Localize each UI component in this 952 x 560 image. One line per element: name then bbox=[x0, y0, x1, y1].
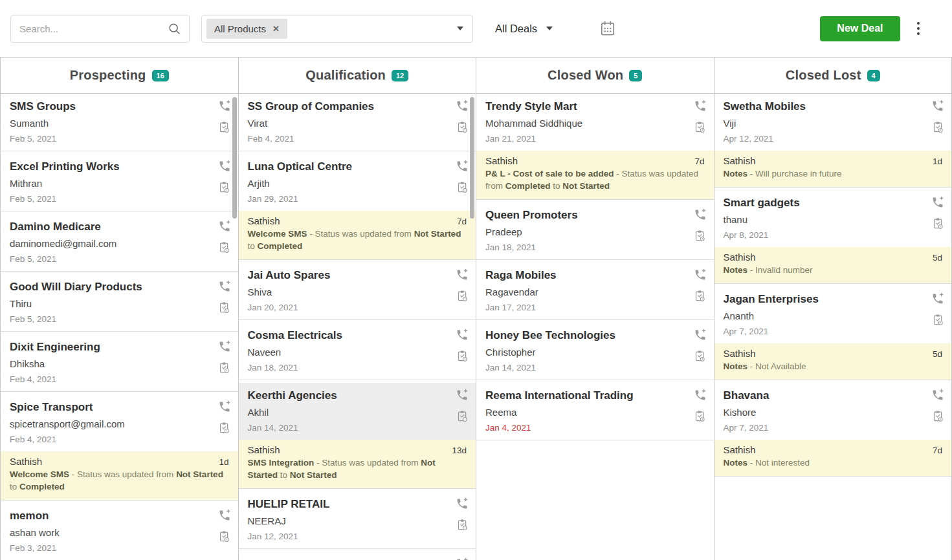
phone-add-icon[interactable] bbox=[218, 220, 231, 233]
deal-contact: Shiva bbox=[248, 286, 467, 297]
deal-card[interactable]: Damino Medicare daminomedi@gmail.com Feb… bbox=[1, 214, 238, 272]
deal-card-main: Cosma Electricals Naveen Jan 18, 2021 bbox=[239, 323, 476, 380]
deal-quick-actions bbox=[694, 328, 707, 362]
task-clipboard-icon[interactable] bbox=[932, 410, 944, 422]
task-clipboard-icon[interactable] bbox=[694, 290, 706, 302]
deal-card-main: Smart gadgets thanu Apr 8, 2021 bbox=[714, 190, 952, 247]
column-scrollbar-thumb[interactable] bbox=[470, 97, 474, 219]
phone-add-icon[interactable] bbox=[456, 328, 469, 341]
deal-date: Jan 20, 2021 bbox=[248, 303, 467, 312]
task-clipboard-icon[interactable] bbox=[218, 301, 230, 314]
deal-date: Feb 4, 2021 bbox=[248, 134, 467, 144]
task-clipboard-icon[interactable] bbox=[932, 121, 944, 133]
task-clipboard-icon[interactable] bbox=[456, 519, 469, 531]
phone-add-icon[interactable] bbox=[694, 208, 707, 221]
phone-add-icon[interactable] bbox=[218, 280, 231, 293]
deal-card[interactable]: Excel Printing Works Mithran Feb 5, 2021 bbox=[1, 154, 238, 211]
phone-add-icon[interactable] bbox=[694, 389, 707, 402]
phone-add-icon[interactable] bbox=[931, 100, 944, 113]
deal-card[interactable]: Spice Transport spicetransport@gmail.com… bbox=[1, 394, 238, 501]
deal-date: Apr 7, 2021 bbox=[724, 327, 943, 336]
deal-quick-actions bbox=[218, 220, 231, 253]
new-deal-button[interactable]: New Deal bbox=[820, 16, 900, 41]
task-clipboard-icon[interactable] bbox=[218, 422, 230, 434]
products-filter-dropdown[interactable]: All Products ✕ bbox=[201, 15, 473, 43]
task-clipboard-icon[interactable] bbox=[694, 410, 706, 422]
calendar-icon[interactable] bbox=[599, 20, 616, 37]
chip-close-icon[interactable]: ✕ bbox=[272, 25, 280, 33]
deal-card[interactable]: Jai Auto Spares Shiva Jan 20, 2021 bbox=[239, 263, 476, 320]
product-filter-chip[interactable]: All Products ✕ bbox=[206, 19, 287, 39]
deal-card[interactable]: Raga Mobiles Ragavendar Jan 17, 2021 bbox=[476, 263, 714, 320]
task-clipboard-icon[interactable] bbox=[218, 121, 230, 133]
deal-card[interactable]: memon ashan work Feb 3, 2021 bbox=[1, 503, 238, 560]
note-author: Sathish bbox=[724, 252, 756, 263]
task-clipboard-icon[interactable] bbox=[694, 230, 706, 242]
column-scrollbar-thumb[interactable] bbox=[232, 97, 237, 219]
deal-card-main: Damino Medicare daminomedi@gmail.com Feb… bbox=[1, 214, 238, 271]
task-clipboard-icon[interactable] bbox=[218, 181, 230, 193]
task-clipboard-icon[interactable] bbox=[218, 361, 230, 374]
more-options-icon[interactable] bbox=[914, 19, 923, 38]
phone-add-icon[interactable] bbox=[694, 268, 707, 281]
deal-card-main: Excel Printing Works Mithran Feb 5, 2021 bbox=[1, 154, 238, 211]
column-header: Prospecting 16 bbox=[1, 58, 238, 94]
phone-add-icon[interactable] bbox=[694, 100, 707, 113]
phone-add-icon[interactable] bbox=[218, 509, 231, 522]
deal-date: Feb 4, 2021 bbox=[10, 435, 229, 444]
note-author: Sathish bbox=[724, 444, 756, 455]
deal-card[interactable]: Luna Optical Centre Arjith Jan 29, 2021 bbox=[239, 154, 476, 260]
deal-card[interactable]: Bhavana Kishore Apr 7, 2021 bbox=[714, 383, 952, 477]
deal-card[interactable]: Good Will Diary Products Thiru Feb 5, 20… bbox=[1, 274, 238, 332]
phone-add-icon[interactable] bbox=[694, 328, 707, 341]
deal-card[interactable]: Keerthi Agencies Akhil Jan 14, 2021 bbox=[239, 383, 476, 489]
deal-card[interactable]: Dixit Engineering Dhiksha Feb 4, 2021 bbox=[1, 334, 238, 392]
task-clipboard-icon[interactable] bbox=[456, 350, 469, 362]
deal-card[interactable]: Smart gadgets thanu Apr 8, 2021 bbox=[714, 190, 952, 284]
deal-card[interactable]: Cosma Electricals Naveen Jan 18, 2021 bbox=[239, 323, 476, 380]
phone-add-icon[interactable] bbox=[218, 400, 231, 413]
pipeline-column-prospecting: Prospecting 16 SMS Groups Sumanth Feb 5,… bbox=[1, 58, 239, 560]
column-title: Closed Won bbox=[548, 68, 623, 83]
deal-card[interactable]: Queen Promoters Pradeep Jan 18, 2021 bbox=[476, 202, 714, 260]
phone-add-icon[interactable] bbox=[456, 160, 469, 173]
deals-filter-dropdown[interactable]: All Deals bbox=[495, 23, 553, 35]
phone-add-icon[interactable] bbox=[456, 100, 469, 113]
task-clipboard-icon[interactable] bbox=[694, 121, 706, 133]
phone-add-icon[interactable] bbox=[456, 389, 469, 402]
deal-card-partial[interactable] bbox=[239, 552, 476, 560]
task-clipboard-icon[interactable] bbox=[218, 241, 230, 253]
task-clipboard-icon[interactable] bbox=[456, 121, 469, 133]
deal-title: Bhavana bbox=[724, 389, 943, 402]
phone-add-icon[interactable] bbox=[931, 389, 944, 402]
phone-add-icon[interactable] bbox=[931, 196, 944, 209]
deal-card[interactable]: Trendy Style Mart Mohammad Siddhique Jan… bbox=[476, 94, 714, 200]
phone-add-icon[interactable] bbox=[218, 160, 231, 173]
deal-card[interactable]: HUELIP RETAIL NEERAJ Jan 12, 2021 bbox=[239, 491, 476, 549]
task-clipboard-icon[interactable] bbox=[932, 217, 944, 230]
phone-add-icon[interactable] bbox=[931, 292, 944, 305]
task-clipboard-icon[interactable] bbox=[218, 530, 230, 543]
deal-card[interactable]: Swetha Mobiles Viji Apr 12, 2021 bbox=[714, 94, 952, 188]
deal-card-main: memon ashan work Feb 3, 2021 bbox=[1, 503, 238, 560]
deal-title: Smart gadgets bbox=[724, 197, 943, 210]
task-clipboard-icon[interactable] bbox=[932, 314, 944, 326]
deal-card[interactable]: Honey Bee Technologies Christopher Jan 1… bbox=[476, 323, 714, 380]
task-clipboard-icon[interactable] bbox=[456, 410, 469, 422]
deal-contact: Thiru bbox=[10, 298, 229, 309]
deal-card[interactable]: Jagan Enterprises Ananth Apr 7, 2021 bbox=[714, 286, 952, 380]
phone-add-icon[interactable] bbox=[456, 268, 469, 281]
task-clipboard-icon[interactable] bbox=[456, 181, 469, 193]
deal-card[interactable]: SS Group of Companies Virat Feb 4, 2021 bbox=[239, 94, 476, 151]
deal-card[interactable]: Reema International Trading Reema Jan 4,… bbox=[476, 383, 714, 440]
phone-add-icon[interactable] bbox=[218, 100, 231, 113]
search-icon[interactable] bbox=[165, 22, 189, 36]
deal-card[interactable]: SMS Groups Sumanth Feb 5, 2021 bbox=[1, 94, 238, 151]
deal-quick-actions bbox=[218, 160, 231, 193]
search-input[interactable] bbox=[11, 23, 165, 34]
phone-add-icon[interactable] bbox=[456, 557, 469, 560]
task-clipboard-icon[interactable] bbox=[456, 290, 469, 302]
phone-add-icon[interactable] bbox=[456, 497, 469, 510]
phone-add-icon[interactable] bbox=[218, 340, 231, 353]
task-clipboard-icon[interactable] bbox=[694, 350, 706, 362]
